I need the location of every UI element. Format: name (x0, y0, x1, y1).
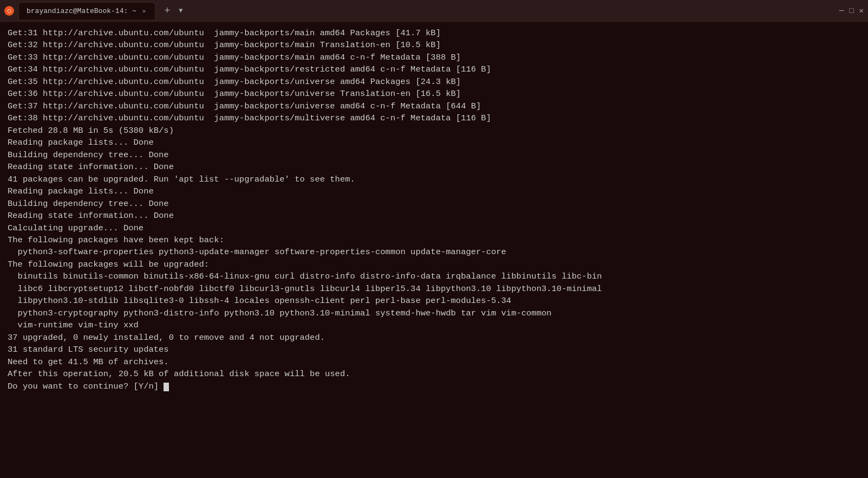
new-tab-button[interactable]: + (160, 6, 174, 16)
terminal-tab[interactable]: brayandiazc@MateBook-14: ~ ✕ (18, 2, 155, 20)
tab-dropdown-button[interactable]: ▼ (179, 7, 182, 15)
terminal-line: Reading state information... Done (8, 161, 860, 173)
terminal-line: Building dependency tree... Done (8, 149, 860, 161)
maximize-button[interactable]: □ (849, 7, 853, 15)
terminal-line: Get:36 http://archive.ubuntu.com/ubuntu … (8, 88, 860, 100)
titlebar: ◯ brayandiazc@MateBook-14: ~ ✕ + ▼ ─ □ ✕ (0, 0, 868, 22)
terminal-cursor (164, 383, 169, 391)
tab-close-button[interactable]: ✕ (141, 7, 148, 15)
terminal-line: Get:34 http://archive.ubuntu.com/ubuntu … (8, 63, 860, 75)
terminal-line: libpython3.10-stdlib libsqlite3-0 libssh… (8, 295, 860, 307)
terminal-line: The following packages have been kept ba… (8, 234, 860, 246)
terminal-line: Building dependency tree... Done (8, 198, 860, 210)
terminal-line: 41 packages can be upgraded. Run 'apt li… (8, 173, 860, 185)
terminal-line: Get:38 http://archive.ubuntu.com/ubuntu … (8, 112, 860, 124)
terminal-line: Get:35 http://archive.ubuntu.com/ubuntu … (8, 76, 860, 88)
terminal-line: The following packages will be upgraded: (8, 259, 860, 270)
tab-label: brayandiazc@MateBook-14: ~ (27, 7, 136, 15)
close-button[interactable]: ✕ (859, 6, 864, 15)
minimize-button[interactable]: ─ (839, 7, 844, 15)
terminal-body[interactable]: Get:31 http://archive.ubuntu.com/ubuntu … (0, 22, 868, 478)
terminal-line: python3-software-properties python3-upda… (8, 246, 860, 258)
ubuntu-logo-icon: ◯ (4, 6, 14, 16)
terminal-line: After this operation, 20.5 kB of additio… (8, 368, 860, 380)
terminal-line: Get:33 http://archive.ubuntu.com/ubuntu … (8, 51, 860, 63)
titlebar-left: ◯ brayandiazc@MateBook-14: ~ ✕ + ▼ (4, 2, 182, 20)
terminal-line: Need to get 41.5 MB of archives. (8, 356, 860, 368)
terminal-line: Reading package lists... Done (8, 137, 860, 148)
terminal-line: binutils binutils-common binutils-x86-64… (8, 270, 860, 282)
window-controls: ─ □ ✕ (839, 6, 864, 15)
terminal-line: libc6 libcryptsetup12 libctf-nobfd0 libc… (8, 283, 860, 295)
terminal-line: Get:31 http://archive.ubuntu.com/ubuntu … (8, 27, 860, 39)
terminal-line: vim-runtime vim-tiny xxd (8, 319, 860, 331)
terminal-line: Fetched 28.8 MB in 5s (5380 kB/s) (8, 125, 860, 137)
terminal-line: Reading state information... Done (8, 210, 860, 222)
terminal-line: python3-cryptography python3-distro-info… (8, 307, 860, 319)
terminal-window: ◯ brayandiazc@MateBook-14: ~ ✕ + ▼ ─ □ ✕… (0, 0, 868, 478)
terminal-line: Get:37 http://archive.ubuntu.com/ubuntu … (8, 100, 860, 112)
terminal-line: Get:32 http://archive.ubuntu.com/ubuntu … (8, 39, 860, 51)
terminal-line: Do you want to continue? [Y/n] (8, 380, 860, 392)
terminal-line: 37 upgraded, 0 newly installed, 0 to rem… (8, 332, 860, 344)
terminal-line: 31 standard LTS security updates (8, 344, 860, 356)
terminal-line: Reading package lists... Done (8, 185, 860, 197)
terminal-line: Calculating upgrade... Done (8, 222, 860, 234)
